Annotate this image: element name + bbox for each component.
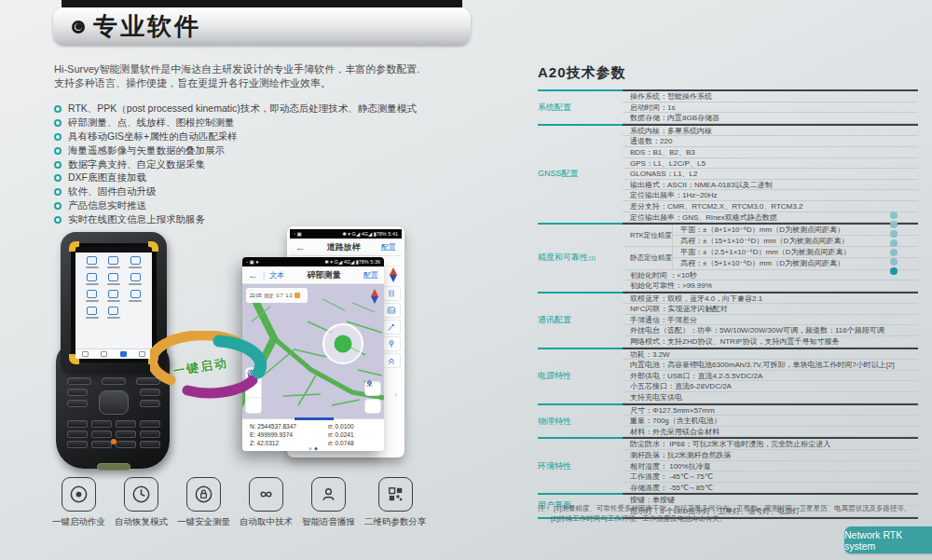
device-app-icon[interactable] xyxy=(125,256,146,268)
lanes-icon[interactable] xyxy=(382,286,401,301)
spec-row: 初始化时间 ：<10秒 xyxy=(623,270,918,281)
number-key[interactable] xyxy=(91,441,112,448)
device-app-icon[interactable] xyxy=(103,273,124,285)
spec-category-label: 电源特性 xyxy=(538,348,623,403)
number-key[interactable] xyxy=(140,441,160,448)
power-key[interactable] xyxy=(97,463,130,471)
statusbar: ◦ ▣ ● ✱ ▾ G◢ 4G◢ ▮78% 5:36 xyxy=(242,257,384,266)
spec-category-label: 系统配置 xyxy=(538,89,623,124)
number-key[interactable] xyxy=(91,420,112,428)
chevron-right-icon[interactable]: › xyxy=(394,390,397,400)
back-arrow-icon[interactable]: ← xyxy=(248,270,258,280)
navbar: ← | 文本 碎部测量 配置 xyxy=(242,266,384,284)
config-button[interactable]: 配置 xyxy=(363,270,378,280)
number-key[interactable] xyxy=(140,430,160,438)
device-app-icon[interactable] xyxy=(125,290,146,302)
statusbar-right: ✱ ▾ G◢ 4G◢ ▮78% 5:36 xyxy=(324,259,380,265)
number-key[interactable] xyxy=(116,420,136,428)
network-rtk-badge: Network RTK system xyxy=(844,526,932,553)
feature-text: 碎部测量、点、线放样、图根控制测量 xyxy=(68,116,235,130)
device-app-icon[interactable] xyxy=(103,256,124,268)
spec-category-text: GNSS配置 xyxy=(538,168,579,180)
chip-hrms: 0.7 xyxy=(277,293,283,298)
bullet-circle-icon xyxy=(54,133,62,141)
screen-title: 道路放样 xyxy=(310,241,377,253)
text-mode-button[interactable]: 文本 xyxy=(269,270,284,280)
number-key[interactable] xyxy=(140,420,160,428)
page-title: 专业软件 xyxy=(93,10,201,43)
device-app-icon[interactable] xyxy=(81,256,103,268)
spec-row: 防尘防水： IP68；可抗2米水下临时浸泡，完全防止粉尘进入 xyxy=(623,439,918,450)
number-key[interactable] xyxy=(91,430,112,438)
device-nav-icon[interactable] xyxy=(82,351,89,357)
spec-row: 材料：外壳采用镁合金材料 xyxy=(623,427,918,438)
device-app-icon[interactable] xyxy=(103,307,124,319)
spec-row: 高程：±（5+1×10⁻⁶D）mm（D为被测点间距离） xyxy=(673,258,918,269)
back-arrow-icon[interactable]: ← xyxy=(295,242,306,253)
spec-rows: 尺寸：Φ127.5mm×57mm重量：700g（含主机电池）材料：外壳采用镁合金… xyxy=(623,403,918,438)
number-key[interactable] xyxy=(67,441,88,448)
device-keypad xyxy=(67,377,160,411)
device-app-icon[interactable] xyxy=(81,273,103,285)
statusbar: ◦ ▣ ✱ ▾ G◢ 4G◢ ▮78% 5:41 xyxy=(290,229,402,239)
chevrons-up-icon[interactable] xyxy=(382,353,401,368)
home-key[interactable] xyxy=(102,377,126,385)
route-icon[interactable] xyxy=(382,320,401,335)
app-label-bar xyxy=(129,283,142,285)
sigma-3: σ: 0.0748 xyxy=(328,439,377,447)
image-icon[interactable] xyxy=(382,303,401,318)
pin-bulb-icon[interactable] xyxy=(382,336,401,351)
fn-key[interactable] xyxy=(67,400,88,407)
intro-line-2: 支持多种语言、操作便捷，旨在更提升各行业测绘作业效率。 xyxy=(54,76,473,90)
feature-text: 海量遥感影像与矢量数据的叠加展示 xyxy=(68,144,225,157)
spec-row: 内置电池：高容量锂电池6300mAh/3.7V,可拆卸，单块电池工作时间7小时以… xyxy=(623,360,918,371)
bullet-circle-icon xyxy=(54,202,62,210)
chip-vrms: 1.0 xyxy=(285,293,292,298)
number-key[interactable] xyxy=(116,430,136,438)
number-key[interactable] xyxy=(67,420,88,428)
dpad-key[interactable] xyxy=(99,390,129,415)
number-key[interactable] xyxy=(116,441,136,448)
spec-row: 手簿通信：手簿差分 xyxy=(623,315,918,326)
feature-icon-item: 智能语音播报 xyxy=(302,477,355,528)
app-label-bar xyxy=(107,300,120,302)
spec-rows: 双模蓝牙：双模，蓝牙4.0，向下兼容2.1NFC闪联：实现蓝牙闪触配对手簿通信：… xyxy=(623,292,918,348)
app-key[interactable] xyxy=(67,389,88,396)
spec-row: 重量：700g（含主机电池） xyxy=(623,416,918,427)
record-ring-box xyxy=(62,477,96,512)
app-label-bar xyxy=(86,317,99,319)
device-app-icon[interactable] xyxy=(81,290,103,302)
spec-row: 测杆跌落：抗2米测杆自然跌落 xyxy=(623,450,918,461)
number-key[interactable] xyxy=(67,430,88,438)
device-nav-icon[interactable] xyxy=(120,351,127,357)
spec-row: 平面：±（8+1×10⁻⁶D）mm（D为被测点间距离） xyxy=(673,225,918,236)
note-line: 注： [1]测量精度、可靠性受多种因素干扰，包括卫星几何分布、卫星数、观测时间、… xyxy=(538,504,911,514)
spec-rows: RTK定位精度平面：±（8+1×10⁻⁶D）mm（D为被测点间距离）高程：±（1… xyxy=(623,223,918,292)
app-label-bar xyxy=(129,300,142,302)
chevrons-up-icon[interactable] xyxy=(364,399,381,414)
spec-rows: 操作系统：智能操作系统启动时间：1s数据存储：内置8GB存储器 xyxy=(623,89,918,124)
spec-category-label: GNSS配置 xyxy=(538,124,623,223)
menu-key[interactable] xyxy=(67,377,91,385)
spec-section: 电源特性功耗：3.2W内置电池：高容量锂电池6300mAh/3.7V,可拆卸，单… xyxy=(538,348,918,403)
device-app-icon[interactable] xyxy=(125,273,146,285)
device-app-icon[interactable] xyxy=(103,290,124,302)
spec-row: GLONASS：L1、L2 xyxy=(623,169,918,180)
app-glyph xyxy=(130,256,141,265)
dot xyxy=(890,239,898,247)
spec-category-text: 通讯配置 xyxy=(538,314,571,326)
coordinate-bar: N: 2544537.8347 E: 499999.9374 Z: 42.031… xyxy=(242,418,384,451)
feature-icon-row: 一键启动作业自动恢复模式一键安全测量自动取中技术智能语音播报二维码参数分享 xyxy=(52,477,427,528)
device-app-icon[interactable] xyxy=(81,307,103,319)
device-nav-icon[interactable] xyxy=(101,351,107,357)
route-icon xyxy=(386,321,397,333)
config-button[interactable]: 配置 xyxy=(381,242,396,253)
spec-row: 数据存储：内置8GB存储器 xyxy=(623,113,918,124)
spec-category-label: 环境特性 xyxy=(538,437,623,493)
spec-rows: 防尘防水： IP68；可抗2米水下临时浸泡，完全防止粉尘进入测杆跌落：抗2米测杆… xyxy=(623,437,918,493)
device-nav-icon[interactable] xyxy=(139,351,145,357)
spec-rows: 功耗：3.2W内置电池：高容量锂电池6300mAh/3.7V,可拆卸，单块电池工… xyxy=(623,348,918,403)
navbar: ← 道路放样 配置 xyxy=(290,239,402,256)
spec-row: 相对湿度： 100%抗冷凝 xyxy=(623,461,918,472)
app-glyph xyxy=(108,290,118,298)
